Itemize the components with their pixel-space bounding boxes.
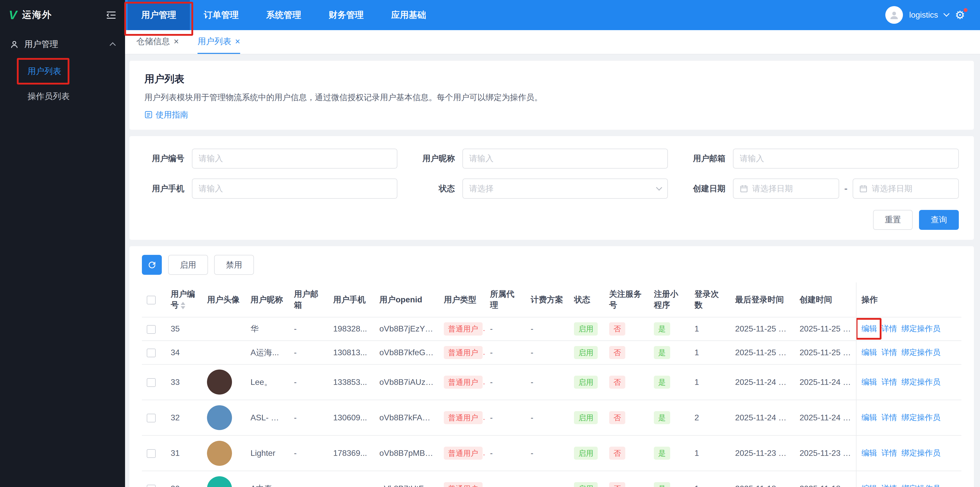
tag-success: 是: [654, 482, 670, 487]
user-id-input[interactable]: [192, 148, 397, 169]
column-header-created: 创建时间: [794, 283, 856, 317]
topnav-item-label: 财务管理: [329, 9, 364, 21]
cell-logins: 1: [690, 341, 730, 364]
refresh-button[interactable]: [142, 255, 162, 275]
cell-id: 33: [165, 364, 202, 400]
notification-dot: [964, 8, 967, 12]
tag-danger: 普通用户: [444, 376, 483, 389]
user-avatar-button[interactable]: [885, 6, 903, 24]
search-button[interactable]: 查询: [919, 210, 959, 230]
select-all-checkbox[interactable]: [147, 296, 156, 304]
topnav-item-1[interactable]: 用户管理: [127, 0, 190, 30]
row-detail-link[interactable]: 详情: [881, 412, 897, 423]
topnav-item-2[interactable]: 订单管理: [190, 0, 252, 30]
row-detail-link[interactable]: 详情: [881, 448, 897, 458]
row-edit-link[interactable]: 编辑: [861, 324, 877, 334]
cell-status: 启用: [569, 400, 604, 436]
row-edit-link[interactable]: 编辑: [861, 484, 877, 487]
cell-openid: oVb8B7pMB05f...: [374, 436, 439, 471]
tab-label: 用户列表: [197, 36, 231, 47]
usage-guide-label: 使用指南: [156, 109, 188, 120]
chevron-down-icon[interactable]: [943, 11, 950, 17]
row-bind-operator-link[interactable]: 绑定操作员: [901, 448, 940, 458]
cell-agent: -: [485, 471, 525, 487]
cell-plan: -: [526, 471, 569, 487]
row-checkbox[interactable]: [147, 449, 156, 458]
row-checkbox[interactable]: [147, 485, 156, 487]
cell-created: 2025-11-23 17:...: [794, 436, 856, 471]
tag-success: 启用: [574, 322, 598, 335]
row-bind-operator-link[interactable]: 绑定操作员: [901, 484, 940, 487]
topnav-item-4[interactable]: 财务管理: [315, 0, 377, 30]
row-detail-link[interactable]: 详情: [881, 377, 897, 387]
topnav-item-label: 应用基础: [391, 9, 426, 21]
tab-1[interactable]: 仓储信息×: [136, 30, 179, 54]
phone-input[interactable]: [192, 179, 397, 198]
cell-created: 2025-11-25 00:...: [794, 341, 856, 364]
end-date-picker[interactable]: 请选择日期: [853, 179, 959, 198]
email-input[interactable]: [733, 148, 959, 169]
column-header-nickname: 用户昵称: [245, 283, 289, 317]
topnav-item-3[interactable]: 系统管理: [252, 0, 315, 30]
cell-id: 34: [165, 341, 202, 364]
table-body: 35华-198328...oVb8B7jEzYtyh...普通用户--启用否是1…: [142, 317, 961, 487]
row-edit-link[interactable]: 编辑: [861, 347, 877, 358]
table-row: 33Lee。-133853...oVb8B7iAUzjjE...普通用户--启用…: [142, 364, 961, 400]
settings-gear-icon[interactable]: ⚙: [955, 10, 965, 21]
top-navigation-bar: 用户管理订单管理系统管理财务管理应用基础 logistics ⚙: [125, 0, 980, 30]
enable-button[interactable]: 启用: [168, 255, 208, 275]
usage-guide-link[interactable]: 使用指南: [145, 109, 188, 120]
cell-last_login: 2025-11-25 00:...: [730, 317, 794, 341]
row-edit-link[interactable]: 编辑: [861, 377, 877, 387]
user-avatar: [207, 405, 232, 430]
row-checkbox[interactable]: [147, 414, 156, 422]
row-detail-link[interactable]: 详情: [881, 347, 897, 358]
tag-danger: 否: [609, 411, 625, 424]
row-bind-operator-link[interactable]: 绑定操作员: [901, 324, 940, 334]
tag-danger: 普通用户: [444, 346, 483, 359]
cell-created: 2025-11-25 00:...: [794, 317, 856, 341]
row-checkbox[interactable]: [147, 378, 156, 387]
cell-follow: 否: [604, 364, 649, 400]
row-detail-link[interactable]: 详情: [881, 484, 897, 487]
start-date-picker[interactable]: 请选择日期: [733, 179, 839, 198]
row-edit-link[interactable]: 编辑: [861, 448, 877, 458]
calendar-icon: [740, 185, 748, 193]
sidebar-item-1[interactable]: 用户列表: [0, 59, 125, 84]
row-checkbox[interactable]: [147, 348, 156, 357]
sidebar-group-label: 用户管理: [24, 38, 58, 50]
row-bind-operator-link[interactable]: 绑定操作员: [901, 347, 940, 358]
column-header-label: 状态: [574, 295, 590, 304]
row-bind-operator-link[interactable]: 绑定操作员: [901, 377, 940, 387]
column-header-label: 用户邮箱: [294, 289, 318, 310]
disable-button[interactable]: 禁用: [214, 255, 254, 275]
sidebar-collapse-icon[interactable]: [106, 11, 116, 19]
column-header-follow: 关注服务号: [604, 283, 649, 317]
sort-carets[interactable]: [181, 302, 185, 309]
refresh-icon: [147, 260, 157, 270]
cell-openid: oVb8B7tUtFP0...: [374, 471, 439, 487]
tab-label: 仓储信息: [136, 36, 170, 47]
filter-field-created-date: 创建日期 请选择日期 -: [686, 179, 959, 198]
row-detail-link[interactable]: 详情: [881, 324, 897, 334]
close-icon[interactable]: ×: [235, 37, 240, 46]
tab-2[interactable]: 用户列表×: [197, 30, 240, 54]
status-select[interactable]: 请选择: [463, 179, 668, 198]
topnav-item-5[interactable]: 应用基础: [377, 0, 440, 30]
sidebar-item-2[interactable]: 操作员列表: [0, 84, 125, 109]
reset-button[interactable]: 重置: [873, 210, 913, 230]
cell-nickname: A中泰...: [245, 471, 289, 487]
sidebar-menu: 用户管理 用户列表操作员列表: [0, 30, 125, 109]
user-avatar: [207, 441, 232, 466]
cell-id: 30: [165, 471, 202, 487]
cell-mini: 是: [649, 400, 690, 436]
nickname-input[interactable]: [463, 148, 668, 169]
sidebar-group-user-management[interactable]: 用户管理: [0, 30, 125, 59]
row-bind-operator-link[interactable]: 绑定操作员: [901, 412, 940, 423]
cell-status: 启用: [569, 341, 604, 364]
row-edit-link[interactable]: 编辑: [861, 412, 877, 423]
page-description: 用户列表模块用于管理物流系统中的用户信息，通过微信授权记录用户基本信息。每个用户…: [145, 92, 959, 103]
tag-success: 启用: [574, 411, 598, 424]
row-checkbox[interactable]: [147, 325, 156, 334]
close-icon[interactable]: ×: [174, 37, 179, 46]
